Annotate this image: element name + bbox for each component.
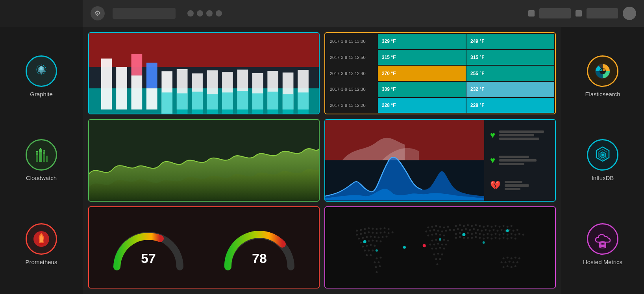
- svg-point-78: [381, 236, 383, 238]
- svg-point-126: [433, 243, 435, 245]
- svg-point-190: [455, 237, 457, 239]
- svg-point-163: [485, 229, 487, 231]
- cell-time: 2017-3-9-13:12:30: [326, 82, 377, 97]
- svg-rect-43: [237, 91, 248, 114]
- svg-point-171: [516, 229, 518, 231]
- svg-point-87: [366, 244, 368, 246]
- svg-point-139: [436, 263, 438, 265]
- cloudwatch-svg: [32, 145, 51, 164]
- influxdb-icon: [587, 139, 618, 171]
- svg-point-216: [503, 266, 505, 268]
- svg-point-60: [384, 227, 386, 229]
- prometheus-label: Prometheus: [26, 259, 57, 265]
- svg-point-185: [507, 233, 509, 235]
- svg-point-176: [471, 233, 473, 235]
- svg-point-173: [459, 232, 461, 234]
- svg-point-219: [514, 265, 516, 267]
- icon-btn-1[interactable]: [528, 10, 535, 17]
- heart-bar-1c: [499, 138, 539, 140]
- svg-point-152: [503, 225, 505, 227]
- svg-point-15: [36, 151, 38, 153]
- svg-point-115: [427, 234, 429, 236]
- svg-point-62: [356, 233, 358, 235]
- svg-point-55: [364, 228, 366, 230]
- svg-point-68: [379, 232, 381, 233]
- svg-point-124: [447, 239, 449, 241]
- bar-chart-svg: [89, 33, 319, 114]
- heart-bars-3: [505, 181, 549, 190]
- svg-point-188: [518, 233, 520, 235]
- svg-point-194: [471, 237, 473, 239]
- table-row: 2017-3-9-13:12:50 315 °F 315 °F: [326, 50, 554, 65]
- heart-icon-1: ♥: [490, 130, 495, 140]
- sidebar-item-prometheus[interactable]: Prometheus: [26, 223, 57, 265]
- sidebar-item-cloudwatch[interactable]: Cloudwatch: [26, 139, 57, 181]
- svg-point-99: [375, 266, 377, 268]
- sidebar-item-hostedmetrics[interactable]: Hosted Metrics: [583, 223, 622, 265]
- svg-point-63: [360, 233, 362, 235]
- dot-4: [216, 10, 222, 17]
- svg-point-162: [481, 230, 483, 232]
- topbar-btn-2[interactable]: [587, 8, 618, 18]
- svg-point-157: [461, 229, 463, 231]
- heart-bar-1a: [499, 130, 544, 133]
- sidebar-item-elasticsearch[interactable]: Elasticsearch: [585, 55, 620, 97]
- svg-point-144: [471, 225, 473, 227]
- topbar-logo[interactable]: ⚙: [91, 6, 105, 20]
- map-svg: [325, 207, 555, 288]
- svg-point-147: [483, 226, 485, 228]
- heart-icon-3: 💔: [490, 180, 501, 191]
- icon-btn-2[interactable]: [576, 10, 582, 17]
- avatar[interactable]: [623, 7, 636, 20]
- heart-icon-2: ♥: [490, 155, 495, 165]
- panel-area-chart[interactable]: [88, 119, 320, 201]
- svg-point-159: [469, 229, 471, 231]
- cell-time: 2017-3-9-13:12:20: [326, 98, 377, 113]
- sidebar-item-graphite[interactable]: Graphite: [26, 55, 57, 97]
- svg-point-84: [376, 240, 378, 242]
- svg-point-110: [433, 229, 435, 231]
- panel-map[interactable]: [324, 206, 556, 288]
- svg-point-90: [364, 249, 366, 251]
- panel-bar-chart[interactable]: [88, 32, 320, 114]
- cell-val2: 249 °F: [466, 34, 554, 49]
- svg-point-141: [459, 224, 461, 226]
- sidebar-left: Graphite Cloud: [0, 27, 83, 294]
- svg-point-222: [462, 233, 465, 236]
- svg-point-186: [511, 233, 513, 235]
- gear-icon: ⚙: [94, 9, 101, 18]
- svg-point-5: [38, 70, 40, 72]
- svg-point-113: [445, 230, 447, 232]
- topbar-btn-1[interactable]: [539, 8, 571, 18]
- center-grid: 2017-3-9-13:13:00 329 °F 249 °F 2017-3-9…: [83, 27, 561, 294]
- svg-point-58: [376, 228, 378, 230]
- svg-point-164: [489, 230, 490, 232]
- heart-bar-1b: [499, 134, 534, 136]
- svg-point-181: [490, 233, 492, 235]
- influxdb-svg: [593, 145, 612, 164]
- svg-point-6: [43, 70, 45, 72]
- topbar: ⚙: [83, 0, 644, 27]
- heart-bar-2b: [499, 159, 537, 162]
- cell-val2: 232 °F: [466, 82, 554, 97]
- svg-point-16: [40, 148, 41, 149]
- svg-point-106: [443, 226, 445, 228]
- svg-point-61: [388, 228, 390, 230]
- svg-point-156: [457, 228, 459, 230]
- svg-point-103: [431, 226, 433, 228]
- svg-point-192: [463, 237, 465, 239]
- svg-point-75: [370, 235, 372, 237]
- svg-point-54: [360, 229, 362, 231]
- heart-bar-2c: [499, 163, 524, 165]
- svg-point-155: [453, 229, 455, 231]
- svg-point-205: [514, 237, 516, 239]
- svg-point-121: [435, 239, 437, 241]
- sidebar-item-influxdb[interactable]: InfluxDB: [587, 139, 618, 181]
- svg-point-199: [490, 237, 492, 239]
- svg-point-203: [507, 237, 509, 239]
- svg-point-213: [509, 261, 511, 263]
- svg-point-83: [372, 239, 374, 241]
- search-bar[interactable]: [113, 8, 176, 19]
- cell-val1: 270 °F: [378, 66, 466, 81]
- svg-rect-44: [252, 93, 263, 114]
